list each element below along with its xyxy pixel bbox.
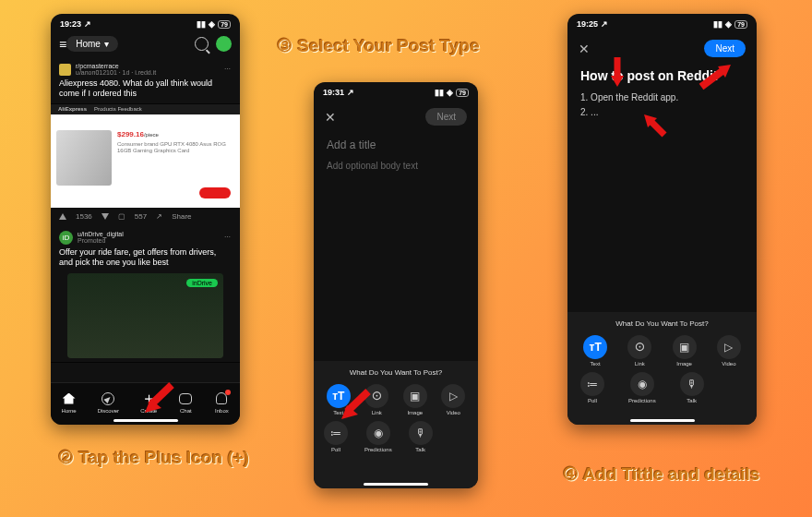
avatar[interactable] [216, 36, 232, 52]
post-card[interactable]: r/pcmasterrace u/anon012101 · 1d · i.red… [51, 57, 240, 104]
talk-icon: 🎙 [680, 372, 704, 396]
close-icon[interactable]: ✕ [325, 110, 336, 125]
downvote-icon[interactable] [102, 213, 109, 220]
buy-button[interactable] [199, 187, 231, 198]
chevron-down-icon: ▾ [104, 39, 109, 49]
status-bar: 19:25 ↗ ▮▮◈79 [567, 14, 757, 30]
type-image[interactable]: ▣Image [403, 384, 427, 415]
signal-icon: ▮▮ [197, 19, 206, 29]
promo-tag: Promoted [78, 237, 124, 244]
link-icon: 𐌏 [627, 335, 651, 359]
product-price: $299.16 [117, 130, 144, 138]
promo-image: inDrive [67, 273, 223, 358]
title-input[interactable]: Add a title [314, 135, 478, 155]
home-indicator [364, 483, 428, 486]
type-talk[interactable]: 🎙Talk [680, 372, 704, 403]
product-desc: Consumer brand GPU RTX 4080 Asus ROG 16G… [117, 141, 234, 156]
nav-discover[interactable]: Discover [98, 391, 119, 414]
status-bar: 19:23 ↗ ▮▮◈79 [51, 14, 240, 30]
overflow-icon[interactable]: ⋯ [224, 66, 232, 73]
status-time: 19:23 ↗ [60, 19, 91, 29]
share-icon[interactable]: ↗ [156, 212, 162, 221]
annotation-arrow [608, 55, 627, 89]
image-icon: ▣ [403, 384, 427, 408]
talk-icon: 🎙 [409, 421, 433, 445]
type-predictions[interactable]: ◉Predictions [628, 372, 656, 403]
type-predictions[interactable]: ◉Predictions [364, 421, 392, 452]
type-talk[interactable]: 🎙Talk [409, 421, 433, 452]
next-button[interactable]: Next [704, 40, 746, 57]
home-indicator [113, 419, 178, 422]
link-preview[interactable]: AliExpressProducts Feedback $299.16/piec… [51, 104, 240, 208]
annotation-arrow [698, 61, 734, 92]
preview-tabs: Products Feedback [94, 106, 142, 112]
type-poll[interactable]: ≔Poll [324, 421, 348, 452]
tray-heading: What Do You Want To Post? [573, 319, 751, 328]
compass-icon [102, 392, 114, 405]
post-type-tray: What Do You Want To Post? тTText 𐌏Link ▣… [567, 312, 757, 425]
comment-icon[interactable]: ▢ [118, 212, 125, 221]
wifi-icon: ◈ [209, 19, 215, 29]
type-poll[interactable]: ≔Poll [580, 372, 604, 403]
share-label: Share [172, 212, 191, 221]
text-icon: тT [583, 335, 607, 359]
post-byline: u/anon012101 · 1d · i.redd.it [76, 69, 156, 76]
post-type-tray: What Do You Want To Post? тTText 𐌏Link ▣… [314, 361, 478, 488]
next-button[interactable]: Next [425, 108, 467, 126]
status-bar: 19:31 ↗ ▮▮◈79 [314, 82, 478, 99]
preview-brand: AliExpress [58, 106, 87, 112]
annotation-arrow [141, 380, 178, 417]
poll-icon: ≔ [324, 421, 348, 445]
chat-icon [179, 393, 192, 404]
promo-user: u/inDrive_digital [78, 231, 124, 237]
subreddit-name[interactable]: r/pcmasterrace [76, 63, 156, 69]
predictions-icon: ◉ [366, 421, 390, 445]
upvote-icon[interactable] [59, 213, 66, 220]
comment-count: 557 [135, 212, 147, 221]
overflow-icon[interactable]: ⋯ [224, 234, 232, 241]
type-link[interactable]: 𐌏Link [627, 335, 651, 367]
home-icon [63, 393, 76, 404]
type-text[interactable]: тTText [583, 335, 607, 367]
annotation-arrow [338, 387, 375, 424]
poll-icon: ≔ [580, 372, 604, 396]
post-title: Aliexpress 4080. What do yall think woul… [59, 78, 232, 100]
promo-badge: inDrive [186, 279, 218, 287]
image-icon: ▣ [673, 335, 697, 359]
nav-chat[interactable]: Chat [178, 391, 193, 414]
tray-heading: What Do You Want To Post? [319, 368, 472, 377]
nav-home[interactable]: Home [62, 391, 77, 414]
type-image[interactable]: ▣Image [673, 335, 697, 367]
feed-selector[interactable]: Home▾ [66, 36, 118, 52]
close-icon[interactable]: ✕ [579, 42, 590, 56]
top-bar: ≡ Home▾ [51, 30, 240, 57]
annotation-arrow [642, 113, 670, 140]
caption-step4: ④ Add Tittle and details [563, 463, 759, 485]
video-icon: ▷ [441, 384, 465, 408]
video-icon: ▷ [717, 335, 741, 359]
menu-icon[interactable]: ≡ [59, 37, 66, 52]
predictions-icon: ◉ [630, 372, 654, 396]
product-image [56, 130, 112, 186]
subreddit-icon [59, 64, 71, 76]
phone-compose-empty: 19:31 ↗ ▮▮◈79 ✕ Next Add a title Add opt… [314, 82, 478, 488]
upvote-count: 1536 [76, 212, 92, 221]
status-time: 19:25 ↗ [577, 19, 608, 29]
nav-inbox[interactable]: Inbox [214, 391, 229, 414]
promo-avatar: iD [59, 231, 73, 245]
body-input[interactable]: Add optional body text [314, 155, 478, 176]
home-indicator [630, 419, 695, 422]
promo-text: Offer your ride fare, get offers from dr… [59, 247, 232, 269]
type-video[interactable]: ▷Video [717, 335, 741, 367]
promoted-post[interactable]: iD u/inDrive_digital Promoted ⋯ Offer yo… [51, 225, 240, 364]
status-time: 19:31 ↗ [323, 88, 354, 97]
search-icon[interactable] [195, 37, 209, 51]
battery-icon: 79 [218, 20, 231, 29]
notification-dot [225, 390, 231, 395]
type-video[interactable]: ▷Video [441, 384, 465, 415]
caption-step3: ③ Select Your Post Type [277, 35, 480, 56]
caption-step2: ② Tap the Plus Icon (+) [58, 447, 249, 468]
post-actions: 1536 ▢557 ↗Share [51, 208, 240, 225]
phone-feed: 19:23 ↗ ▮▮◈79 ≡ Home▾ r/pcmasterrace u/a… [51, 14, 240, 425]
